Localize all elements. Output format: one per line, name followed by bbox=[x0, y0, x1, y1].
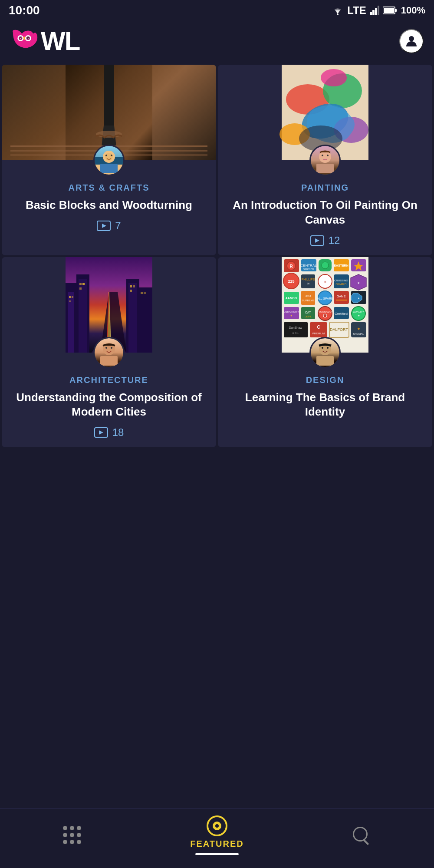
svg-point-105 bbox=[323, 314, 327, 317]
courses-grid: ARTS & CRAFTS Basic Blocks and Woodturni… bbox=[0, 65, 434, 447]
svg-text:R: R bbox=[289, 264, 293, 269]
svg-point-0 bbox=[337, 13, 339, 15]
card-title-design: Learning The Basics of Brand Identity bbox=[225, 390, 425, 420]
card-title-woodturning: Basic Blocks and Woodturning bbox=[9, 198, 209, 213]
browse-icon bbox=[63, 826, 82, 845]
svg-rect-45 bbox=[69, 296, 71, 298]
svg-text:GAME: GAME bbox=[337, 295, 346, 298]
nav-item-featured[interactable]: FEATURED bbox=[145, 815, 289, 855]
card-category-woodturning: ARTS & CRAFTS bbox=[9, 183, 209, 193]
card-body-architecture: ARCHITECTURE Understanding the Compositi… bbox=[2, 372, 216, 448]
card-category-architecture: ARCHITECTURE bbox=[9, 375, 209, 385]
svg-rect-3 bbox=[375, 8, 377, 15]
svg-point-34 bbox=[322, 155, 323, 156]
svg-point-68 bbox=[322, 262, 329, 269]
card-body-design: DESIGN Learning The Basics of Brand Iden… bbox=[218, 372, 432, 436]
user-icon bbox=[404, 33, 419, 49]
course-card-design[interactable]: R CENTRAL SERVICE EASTERN 225 PHILLIPS 6… bbox=[218, 257, 432, 448]
video-icon-painting bbox=[310, 235, 324, 246]
svg-rect-51 bbox=[130, 285, 132, 287]
instructor-avatar-design bbox=[309, 337, 341, 368]
svg-rect-7 bbox=[395, 9, 397, 12]
svg-text:SERVICE: SERVICE bbox=[303, 268, 314, 271]
svg-point-31 bbox=[321, 69, 347, 86]
svg-rect-49 bbox=[82, 283, 85, 285]
svg-text:DALFORT: DALFORT bbox=[330, 327, 348, 332]
logo-text: WL bbox=[41, 26, 79, 56]
svg-text:DanShaw: DanShaw bbox=[289, 326, 302, 329]
lesson-count-woodturning: 7 bbox=[115, 220, 121, 232]
instructor-avatar-painting bbox=[309, 145, 341, 176]
svg-text:EASTERN: EASTERN bbox=[334, 264, 348, 267]
course-card-painting[interactable]: PAINTING An Introduction To Oil Painting… bbox=[218, 65, 432, 255]
svg-text:GUARD: GUARD bbox=[335, 283, 346, 286]
svg-point-124 bbox=[327, 347, 329, 349]
card-avatar-container-painting bbox=[218, 145, 432, 176]
svg-rect-52 bbox=[133, 285, 135, 287]
svg-text:& Co.: & Co. bbox=[292, 332, 299, 334]
avatar-face-icon-design bbox=[312, 340, 338, 366]
svg-text:QUALITY: QUALITY bbox=[353, 310, 364, 313]
svg-text:3×3: 3×3 bbox=[305, 294, 311, 298]
avatar-face-icon-arch bbox=[96, 340, 122, 366]
svg-text:DEPT.: DEPT. bbox=[304, 315, 312, 318]
nav-active-indicator bbox=[195, 853, 239, 855]
avatar-face-icon bbox=[96, 147, 122, 173]
card-category-design: DESIGN bbox=[225, 375, 425, 385]
card-title-architecture: Understanding the Composition of Modern … bbox=[9, 390, 209, 420]
svg-rect-46 bbox=[72, 296, 73, 298]
svg-rect-111 bbox=[284, 322, 308, 337]
card-category-painting: PAINTING bbox=[225, 183, 425, 193]
svg-text:ALL SPARE: ALL SPARE bbox=[317, 297, 333, 300]
bottom-navigation: FEATURED bbox=[0, 808, 434, 868]
svg-point-108 bbox=[352, 307, 365, 320]
lesson-count-painting: 12 bbox=[329, 234, 340, 247]
svg-rect-48 bbox=[79, 283, 82, 285]
course-card-architecture[interactable]: ARCHITECTURE Understanding the Compositi… bbox=[2, 257, 216, 448]
svg-text:♦: ♦ bbox=[290, 314, 292, 317]
instructor-avatar-architecture bbox=[93, 337, 125, 368]
svg-rect-50 bbox=[79, 287, 82, 290]
featured-icon bbox=[207, 815, 227, 836]
svg-point-13 bbox=[20, 37, 21, 38]
owl-logo-icon bbox=[10, 27, 41, 55]
lesson-count-architecture: 18 bbox=[112, 426, 124, 439]
svg-text:CROSSING: CROSSING bbox=[334, 279, 348, 282]
svg-rect-54 bbox=[141, 292, 143, 294]
svg-rect-53 bbox=[130, 290, 132, 292]
card-body-painting: PAINTING An Introduction To Oil Painting… bbox=[218, 179, 432, 255]
svg-rect-18 bbox=[104, 65, 114, 130]
course-card-woodturning[interactable]: ARTS & CRAFTS Basic Blocks and Woodturni… bbox=[2, 65, 216, 255]
card-lessons-painting: 12 bbox=[225, 234, 425, 247]
svg-rect-97 bbox=[284, 307, 299, 319]
svg-text:SUPREME: SUPREME bbox=[302, 299, 315, 302]
lte-text: LTE bbox=[347, 4, 366, 17]
svg-text:✚: ✚ bbox=[324, 281, 326, 284]
bottom-spacer bbox=[0, 447, 434, 499]
svg-point-58 bbox=[111, 347, 112, 349]
svg-rect-59 bbox=[100, 356, 118, 366]
card-avatar-container-architecture bbox=[2, 337, 216, 368]
status-time: 10:00 bbox=[9, 3, 40, 17]
svg-text:VORNADO: VORNADO bbox=[319, 310, 332, 313]
svg-rect-55 bbox=[144, 292, 146, 294]
svg-point-24 bbox=[111, 155, 112, 156]
svg-text:C: C bbox=[317, 325, 320, 330]
svg-rect-6 bbox=[384, 8, 394, 13]
header: WL bbox=[0, 19, 434, 65]
nav-item-search[interactable] bbox=[289, 827, 434, 844]
svg-text:Certified: Certified bbox=[335, 312, 348, 316]
card-lessons-woodturning: 7 bbox=[9, 220, 209, 232]
nav-item-browse[interactable] bbox=[0, 826, 145, 845]
svg-text:66: 66 bbox=[307, 282, 310, 285]
svg-rect-2 bbox=[372, 10, 375, 15]
profile-button[interactable] bbox=[399, 29, 424, 53]
svg-text:★: ★ bbox=[358, 297, 360, 300]
svg-rect-75 bbox=[301, 274, 315, 288]
svg-rect-36 bbox=[316, 164, 334, 173]
signal-icon bbox=[370, 6, 379, 15]
card-avatar-container-design bbox=[218, 337, 432, 368]
svg-text:CAT.: CAT. bbox=[305, 311, 312, 314]
instructor-avatar-woodturning bbox=[93, 145, 125, 176]
svg-point-19 bbox=[96, 131, 122, 138]
